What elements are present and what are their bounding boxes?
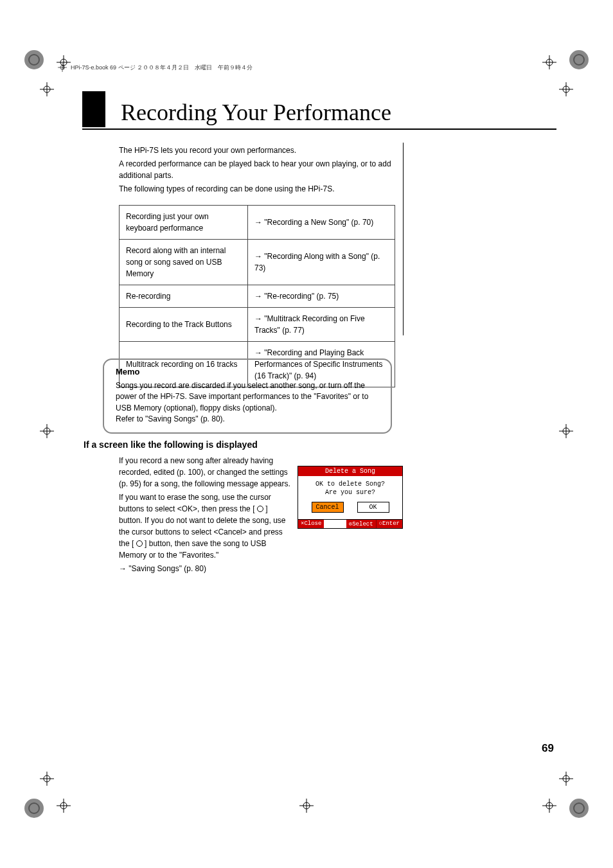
table-row: Re-recording→ "Re-recording" (p. 75) [120, 285, 395, 308]
dialog-message: Are you sure? [301, 488, 400, 497]
intro-line: The HPi-7S lets you record your own perf… [119, 145, 402, 156]
registration-mark-icon [40, 772, 54, 786]
memo-body: Refer to "Saving Songs" (p. 80). [116, 414, 379, 425]
section-text: If you want to erase the song, use the c… [119, 492, 292, 561]
footer-select: ⊙Select [346, 520, 376, 528]
print-gear-icon [569, 799, 589, 818]
page-number: 69 [542, 742, 554, 755]
section-text: → "Saving Songs" (p. 80) [119, 563, 292, 574]
dialog-title: Delete a Song [298, 466, 402, 476]
delete-song-dialog: Delete a Song OK to delete Song? Are you… [298, 466, 403, 529]
circle-button-icon [257, 506, 263, 512]
footer-close: ×Close [298, 520, 324, 528]
registration-mark-icon [559, 772, 573, 786]
table-row: Recording to the Track Buttons→ "Multitr… [120, 308, 395, 342]
print-gear-icon [569, 50, 589, 69]
registration-mark-icon [559, 424, 573, 438]
vertical-rule [403, 143, 404, 335]
ok-button[interactable]: OK [357, 502, 389, 513]
registration-mark-icon [40, 424, 54, 438]
table-row: Recording just your own keyboard perform… [120, 206, 395, 240]
registration-mark-icon [299, 799, 314, 813]
registration-mark-icon [58, 63, 67, 72]
memo-body: Songs you record are discarded if you se… [116, 380, 379, 414]
section-heading: If a screen like the following is displa… [84, 439, 398, 450]
section-text: If you record a new song after already h… [119, 455, 292, 490]
header-meta-text: HPi-7S-e.book 69 ページ ２００８年４月２日 水曜日 午前９時４… [71, 64, 253, 72]
header-meta: HPi-7S-e.book 69 ページ ２００８年４月２日 水曜日 午前９時４… [58, 63, 555, 72]
circle-button-icon [136, 540, 143, 547]
print-gear-icon [24, 799, 44, 818]
dialog-message: OK to delete Song? [301, 480, 400, 488]
registration-mark-icon [542, 799, 556, 813]
registration-mark-icon [57, 799, 71, 813]
cancel-button[interactable]: Cancel [312, 502, 344, 513]
footer-enter: ○Enter [376, 520, 402, 528]
chapter-marker [82, 91, 105, 127]
memo-box: Memo Songs you record are discarded if y… [103, 359, 392, 434]
page-title: Recording Your Performance [121, 99, 391, 128]
registration-mark-icon [40, 82, 54, 96]
print-gear-icon [24, 50, 44, 69]
intro-line: The following types of recording can be … [119, 183, 402, 195]
table-row: Record along with an internal song or so… [120, 240, 395, 285]
intro-line: A recorded performance can be played bac… [119, 158, 402, 181]
memo-title: Memo [116, 366, 379, 378]
registration-mark-icon [559, 82, 573, 96]
